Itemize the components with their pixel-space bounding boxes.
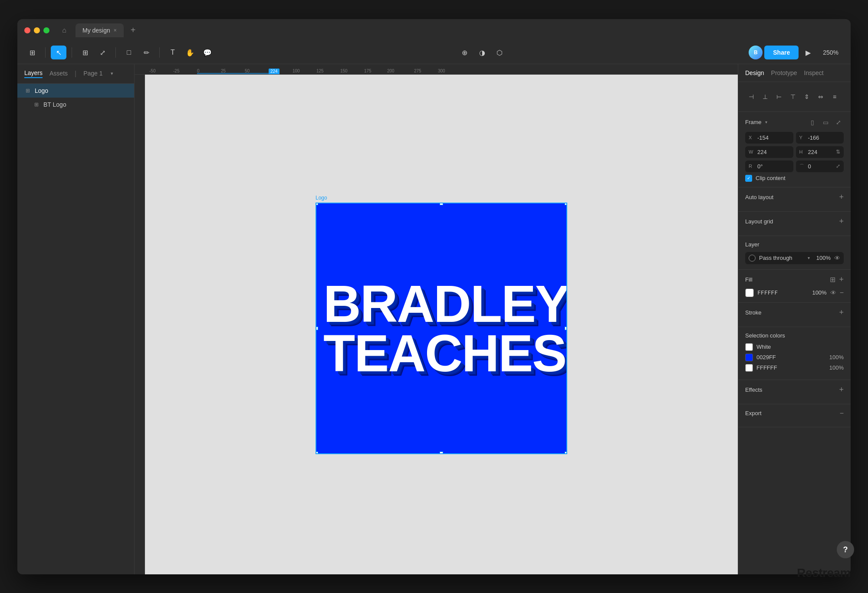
align-center-v-button[interactable]: ⇕ [801, 91, 813, 103]
align-section: ⊣ ⊥ ⊢ ⊤ ⇕ ⇔ ≡ [738, 82, 851, 112]
x-field[interactable]: X -154 [745, 132, 793, 144]
fill-hex-value[interactable]: FFFFFF [757, 289, 806, 296]
w-field[interactable]: W 224 [745, 146, 793, 158]
fill-remove-icon[interactable]: − [840, 289, 844, 297]
layers-toggle-button[interactable]: ⊞ [24, 46, 40, 59]
fill-visibility-icon[interactable]: 👁 [830, 289, 836, 296]
layer-logo[interactable]: ⊞ Logo [17, 84, 134, 98]
share-preview-icon[interactable]: ⬡ [492, 46, 507, 59]
blend-mode-text[interactable]: Pass through [759, 255, 804, 261]
sel-colors-title: Selection colors [745, 332, 785, 339]
pen-tool-button[interactable]: ✏ [138, 46, 154, 59]
clip-content-checkbox[interactable]: ✓ [745, 175, 752, 182]
hand-tool-button[interactable]: ✋ [182, 46, 198, 59]
effects-add-icon[interactable]: + [839, 385, 844, 394]
sel-color-pct-white2: 100% [829, 364, 844, 371]
handle-bottom-mid[interactable] [440, 452, 443, 454]
layer-logo-label: Logo [35, 87, 48, 94]
align-top-button[interactable]: ⊤ [787, 91, 799, 103]
comment-tool-button[interactable]: 💬 [200, 46, 215, 59]
export-minus-icon[interactable]: − [840, 410, 844, 417]
handle-top-right[interactable] [565, 203, 567, 205]
h-stepper-icon[interactable]: ⇅ [836, 149, 840, 155]
scale-tool-button[interactable]: ⤢ [95, 46, 110, 59]
handle-top-left[interactable] [316, 203, 318, 205]
visibility-icon[interactable]: 👁 [834, 255, 840, 262]
align-left-button[interactable]: ⊣ [745, 91, 757, 103]
distribute-button[interactable]: ≡ [829, 91, 841, 103]
stroke-add-icon[interactable]: + [839, 308, 844, 317]
auto-layout-add-icon[interactable]: + [839, 193, 844, 202]
app-window: ⌂ My design × + ⊞ ↖ ⊞ ⤢ □ ✏ T ✋ 💬 [17, 19, 851, 574]
fill-opacity-value[interactable]: 100% [809, 289, 827, 296]
sel-color-pct-blue: 100% [829, 354, 844, 360]
auto-layout-title: Auto layout [745, 194, 773, 200]
sel-color-swatch-blue[interactable] [745, 354, 753, 361]
handle-bottom-right[interactable] [565, 452, 567, 454]
active-tab[interactable]: My design × [76, 23, 124, 37]
design-tab[interactable]: Design [745, 69, 764, 76]
toolbar-separator-3 [115, 47, 116, 58]
effects-header: Effects + [745, 385, 844, 394]
align-bottom-button[interactable]: ⇔ [815, 91, 827, 103]
text-tool-button[interactable]: T [165, 46, 181, 59]
theme-icon[interactable]: ◑ [474, 46, 490, 59]
layers-list: ⊞ Logo ⊞ BT Logo [17, 84, 134, 111]
handle-mid-left[interactable] [316, 327, 318, 330]
fill-color-swatch[interactable] [745, 288, 754, 297]
fullscreen-icon[interactable]: ⤢ [833, 117, 844, 128]
x-value: -154 [757, 134, 790, 141]
handle-top-mid[interactable] [440, 203, 443, 205]
tab-assets[interactable]: Assets [49, 70, 68, 78]
select-tool-button[interactable]: ↖ [51, 46, 66, 59]
tool-group-frame: ⊞ ⤢ [77, 46, 110, 59]
minimize-button[interactable] [34, 27, 40, 33]
h-field[interactable]: H 224 ⇅ [796, 146, 844, 158]
align-right-button[interactable]: ⊢ [773, 91, 785, 103]
canvas-frame-box[interactable]: BRADLEY TEACHES 224 × 224 [316, 203, 567, 454]
portrait-icon[interactable]: ▯ [807, 117, 818, 128]
landscape-icon[interactable]: ▭ [820, 117, 831, 128]
y-field[interactable]: Y -166 [796, 132, 844, 144]
maximize-button[interactable] [43, 27, 49, 33]
fill-grid-icon[interactable]: ⊞ [830, 275, 835, 284]
share-button[interactable]: Share [764, 46, 799, 59]
tool-group-left: ⊞ [24, 46, 40, 59]
add-tab-button[interactable]: + [131, 25, 136, 35]
handle-bottom-left[interactable] [316, 452, 318, 454]
ruler-selection-bar [197, 73, 272, 74]
opacity-value[interactable]: 100% [813, 255, 831, 261]
frame-tool-button[interactable]: ⊞ [77, 46, 93, 59]
prototype-tab[interactable]: Prototype [771, 69, 797, 76]
ruler-mark-n25: -25 [173, 69, 179, 73]
play-button[interactable]: ▶ [800, 46, 816, 59]
sel-color-swatch-white[interactable] [745, 343, 753, 351]
layer-logo-icon: ⊞ [24, 88, 31, 94]
handle-mid-right[interactable] [565, 327, 567, 330]
corner-stepper-icon[interactable]: ⤢ [836, 163, 840, 169]
effects-title: Effects [745, 387, 763, 393]
zoom-level[interactable]: 250% [818, 49, 844, 56]
canvas-content[interactable]: Logo BRADLEY TEACHES [145, 75, 738, 574]
layer-bt-logo[interactable]: ⊞ BT Logo [17, 98, 134, 111]
frame-chevron-icon[interactable]: ▾ [765, 120, 767, 124]
page-chevron-icon: ▾ [111, 71, 113, 76]
r-field[interactable]: R 0° [745, 161, 793, 172]
home-icon[interactable]: ⌂ [58, 24, 70, 36]
close-button[interactable] [24, 27, 30, 33]
components-icon[interactable]: ⊕ [457, 46, 473, 59]
inspect-tab[interactable]: Inspect [804, 69, 824, 76]
layer-title: Layer [745, 241, 760, 248]
tab-page[interactable]: Page 1 [83, 70, 102, 78]
fill-add-icon[interactable]: + [839, 275, 844, 284]
blend-chevron-icon[interactable]: ▾ [808, 256, 810, 260]
stroke-title: Stroke [745, 309, 762, 316]
help-button[interactable]: ? [837, 541, 854, 558]
sel-color-swatch-white2[interactable] [745, 364, 753, 372]
layout-grid-add-icon[interactable]: + [839, 217, 844, 226]
corner-field[interactable]: ⌒ 0 ⤢ [796, 161, 844, 172]
tab-layers[interactable]: Layers [24, 69, 43, 78]
align-center-h-button[interactable]: ⊥ [759, 91, 771, 103]
tab-close-icon[interactable]: × [114, 27, 117, 33]
shape-tool-button[interactable]: □ [121, 46, 137, 59]
